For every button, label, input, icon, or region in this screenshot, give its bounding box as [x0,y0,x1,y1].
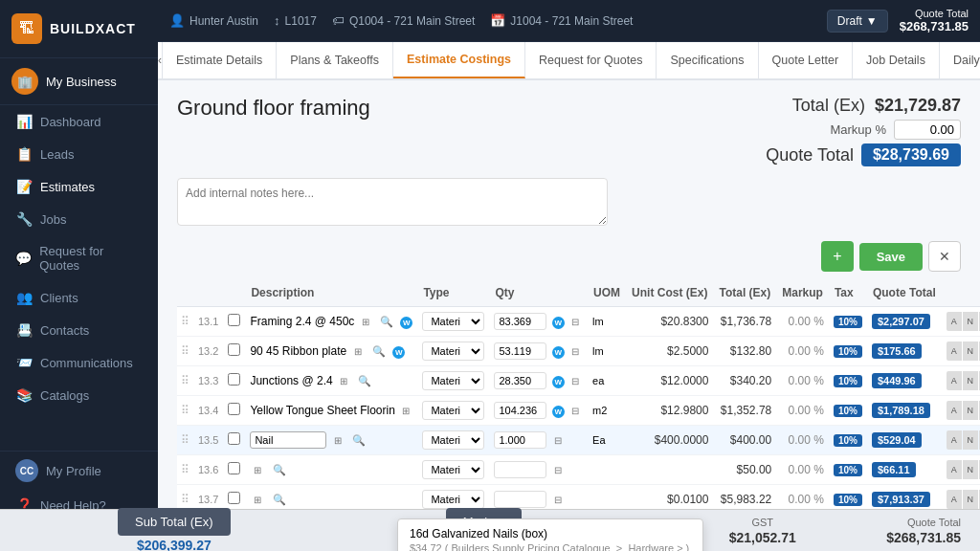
tab-job-details[interactable]: Job Details [853,42,940,78]
desc-search-button[interactable]: ⊞ [330,433,345,448]
sidebar-item-dashboard[interactable]: 📊 Dashboard [0,105,158,138]
row-type[interactable]: Materi Labour Plant [417,455,489,485]
tab-quote-letter[interactable]: Quote Letter [759,42,854,78]
desc-lookup-button[interactable]: 🔍 [348,432,369,449]
type-select[interactable]: Materi Labour Plant [422,460,484,479]
qty-expand-button[interactable]: ⊟ [550,463,566,477]
draft-button[interactable]: Draft ▼ [827,10,888,33]
action-n-button[interactable]: N [963,430,978,450]
type-select[interactable]: Materi Labour Plant [422,342,484,361]
draft-label: Draft [837,14,862,28]
qty-input[interactable] [494,342,546,360]
qty-input[interactable] [494,461,546,478]
desc-search-button[interactable]: ⊞ [250,493,265,507]
row-type[interactable]: Materi Labour Plant [417,366,489,396]
action-a-button[interactable]: A [947,401,962,420]
action-a-button[interactable]: A [947,430,962,450]
qty-expand-button[interactable]: ⊟ [568,344,583,359]
type-select[interactable]: Materi Labour Plant [422,490,484,509]
clients-icon: 👥 [15,290,33,305]
desc-search-button[interactable]: ⊞ [398,404,413,418]
desc-lookup-button[interactable]: 🔍 [269,492,290,508]
row-checkbox[interactable] [223,455,245,485]
row-qty[interactable]: W ⊟ [489,396,588,426]
subtotal-button[interactable]: Sub Total (Ex) [118,508,230,536]
action-a-button[interactable]: A [947,460,962,479]
qty-expand-button[interactable]: ⊟ [568,315,583,329]
row-type[interactable]: Materi Labour Plant [417,426,489,455]
add-row-button[interactable]: + [821,241,853,272]
sidebar-item-communications[interactable]: 📨 Communications [0,346,158,379]
tab-daily[interactable]: Daily [940,42,980,78]
type-select[interactable]: Materi Labour Plant [422,430,484,450]
qty-expand-button[interactable]: ⊟ [550,493,566,507]
row-uom [588,455,626,485]
qty-expand-button[interactable]: ⊟ [550,433,566,448]
markup-percent-input[interactable] [894,120,961,140]
qty-input[interactable] [494,431,546,449]
desc-search-button[interactable]: ⊞ [350,344,366,359]
desc-search-button[interactable]: ⊞ [250,463,265,477]
desc-input[interactable] [250,431,326,449]
row-checkbox[interactable] [223,396,245,426]
desc-lookup-button[interactable]: 🔍 [368,343,390,360]
row-checkbox[interactable] [223,337,245,366]
tab-plans-takeoffs[interactable]: Plans & Takeoffs [277,42,393,78]
desc-search-button[interactable]: ⊞ [358,315,373,329]
action-a-button[interactable]: A [947,371,962,390]
action-a-button[interactable]: A [947,312,962,331]
row-actions: A N S T ◯ 🗑 [942,396,980,426]
sidebar-item-leads[interactable]: 📋 Leads [0,138,158,170]
row-qty[interactable]: W ⊟ [489,307,588,337]
row-type[interactable]: Materi Labour Plant [417,337,489,366]
qty-input[interactable] [494,313,546,330]
action-n-button[interactable]: N [963,460,978,479]
action-n-button[interactable]: N [963,342,978,361]
desc-lookup-button[interactable]: 🔍 [354,373,375,389]
row-qty[interactable]: W ⊟ [489,366,588,396]
sidebar-item-estimates[interactable]: 📝 Estimates [0,170,158,203]
sidebar-my-business[interactable]: 🏢 My Business [0,58,158,105]
tab-estimate-details[interactable]: Estimate Details [163,42,277,78]
notes-textarea[interactable] [177,178,608,226]
type-select[interactable]: Materi Labour Plant [422,371,484,390]
cancel-button[interactable]: ✕ [928,241,961,272]
qty-input[interactable] [494,402,546,419]
row-type[interactable]: Materi Labour Plant [417,307,489,337]
row-checkbox[interactable] [223,366,245,396]
qty-expand-button[interactable]: ⊟ [568,374,583,388]
type-select[interactable]: Materi Labour Plant [422,312,484,331]
w-badge: W [392,346,405,359]
sidebar-item-my-profile[interactable]: CC My Profile [0,452,158,490]
action-a-button[interactable]: A [947,342,962,361]
action-n-button[interactable]: N [963,401,978,420]
row-qty[interactable]: W ⊟ [489,337,588,366]
action-n-button[interactable]: N [963,371,978,390]
sidebar-item-contacts[interactable]: 📇 Contacts [0,314,158,346]
tab-rfq[interactable]: Request for Quotes [525,42,657,78]
sidebar-item-jobs[interactable]: 🔧 Jobs [0,203,158,235]
desc-lookup-button[interactable]: 🔍 [269,462,290,478]
row-qty[interactable]: ⊟ [489,455,588,485]
sidebar-item-rfq[interactable]: 💬 Request for Quotes [0,235,158,281]
row-qty[interactable]: ⊟ [489,426,588,455]
row-type[interactable]: Materi Labour Plant [417,396,489,426]
sidebar-item-clients[interactable]: 👥 Clients [0,281,158,314]
type-select[interactable]: Materi Labour Plant [422,401,484,420]
desc-search-button[interactable]: ⊞ [336,374,351,388]
action-n-button[interactable]: N [963,490,978,509]
row-checkbox[interactable] [223,426,245,455]
qty-input[interactable] [494,372,546,389]
action-n-button[interactable]: N [963,312,978,331]
dropdown-item-0[interactable]: 16d Galvanized Nails (box) $34.72 ( Buil… [398,519,702,551]
save-button[interactable]: Save [859,243,923,271]
sidebar-item-catalogs[interactable]: 📚 Catalogs [0,379,158,411]
qty-input[interactable] [494,491,546,508]
row-checkbox[interactable] [223,307,245,337]
tab-estimate-costings[interactable]: Estimate Costings [393,42,525,78]
desc-lookup-button[interactable]: 🔍 [376,314,397,330]
catalogs-icon: 📚 [15,387,33,403]
qty-expand-button[interactable]: ⊟ [568,404,583,418]
tab-specifications[interactable]: Specifications [657,42,758,78]
action-a-button[interactable]: A [947,490,962,509]
